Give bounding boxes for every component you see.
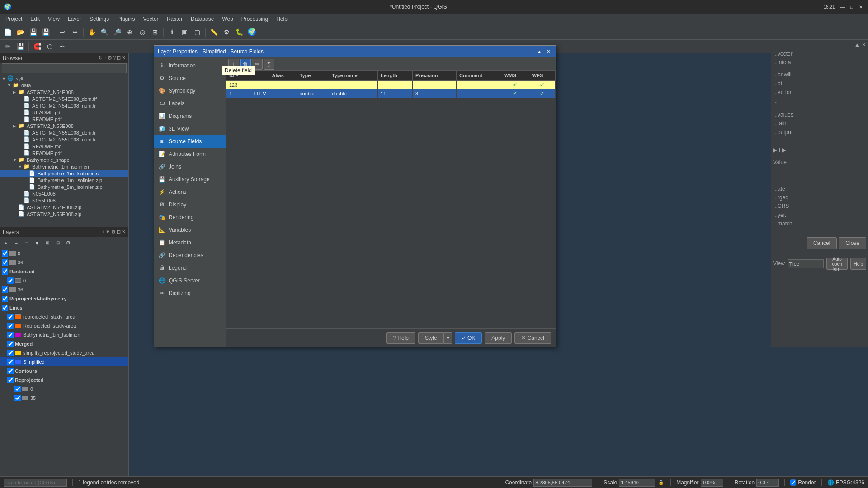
zoom-out-button[interactable]: 🔎: [111, 26, 123, 38]
tree-item-bathy-isolinien-s[interactable]: 📄 Bathymetrie_1m_Isolinien.s: [0, 170, 128, 177]
layer-visibility-checkbox[interactable]: [7, 314, 14, 320]
tree-item-readme-md[interactable]: 📄 README.md: [0, 143, 128, 150]
calculate-field-button[interactable]: ∑: [264, 59, 274, 70]
cell-name[interactable]: ELEV: [250, 89, 269, 98]
layers-filter-icon[interactable]: ▼: [105, 229, 110, 235]
layer-visibility-checkbox[interactable]: [7, 341, 14, 347]
layer-visibility-checkbox[interactable]: [7, 350, 14, 356]
layer-item-36-2[interactable]: 36: [0, 285, 128, 294]
layer-visibility-checkbox[interactable]: [2, 286, 8, 293]
cell-name[interactable]: [250, 80, 269, 89]
layers-open-table-button[interactable]: ≡: [22, 238, 32, 248]
cell-wfs[interactable]: ✔: [529, 89, 555, 98]
right-panel-up-icon[interactable]: ▲: [854, 42, 860, 48]
layer-visibility-checkbox[interactable]: [7, 368, 14, 374]
save-edits-button[interactable]: 💾: [14, 41, 26, 52]
pan-button[interactable]: ✋: [86, 26, 98, 38]
tree-item-n054e008[interactable]: 📄 N054E008: [0, 190, 128, 197]
menu-vector[interactable]: Vector: [140, 15, 162, 23]
tree-item-bathy-1m-zip[interactable]: 📄 Bathymetrie_1m_isolinien.zip: [0, 177, 128, 183]
browser-help-icon[interactable]: ?: [113, 55, 116, 61]
add-field-button[interactable]: +: [228, 59, 239, 70]
cell-length[interactable]: 11: [378, 89, 413, 98]
nav-item-digitizing[interactable]: ✏ Digitizing: [154, 287, 226, 300]
cell-wms[interactable]: ✔: [501, 89, 529, 98]
view-input[interactable]: [788, 259, 824, 268]
cell-alias[interactable]: [269, 89, 297, 98]
layer-item-rasterized[interactable]: Rasterized: [0, 267, 128, 276]
ok-button[interactable]: ✓ OK: [455, 332, 482, 344]
menu-help[interactable]: Help: [273, 15, 291, 23]
col-header-precision[interactable]: Precision: [413, 71, 457, 80]
open-project-button[interactable]: 📂: [14, 26, 26, 38]
layers-expand-button[interactable]: ⊞: [42, 238, 52, 248]
layer-visibility-checkbox[interactable]: [14, 395, 21, 401]
nav-item-dependencies[interactable]: 🔗 Dependencies: [154, 249, 226, 262]
layers-add-button[interactable]: +: [1, 238, 11, 248]
layer-visibility-checkbox[interactable]: [2, 259, 8, 266]
dialog-minimize-button[interactable]: —: [527, 48, 534, 55]
magnifier-input[interactable]: [701, 479, 723, 487]
delete-field-button[interactable]: 🗑: [240, 59, 251, 70]
col-header-wfs[interactable]: WFS: [529, 71, 555, 80]
edit-mode-button[interactable]: ✏: [2, 41, 14, 52]
style-button[interactable]: Style: [418, 332, 444, 344]
layer-visibility-checkbox[interactable]: [7, 332, 14, 338]
layers-remove-button[interactable]: −: [11, 238, 21, 248]
nav-item-joins[interactable]: 🔗 Joins: [154, 160, 226, 173]
cell-precision[interactable]: 3: [413, 89, 457, 98]
epsg-label[interactable]: EPSG:4326: [836, 479, 864, 486]
scale-lock-button[interactable]: 🔒: [657, 479, 665, 487]
tree-item-astgtm-55[interactable]: ▶ 📁 ASTGTM2_N55E008: [0, 122, 128, 129]
layer-item-contours[interactable]: Contours: [0, 366, 128, 375]
locate-input[interactable]: [4, 479, 67, 487]
edit-field-button[interactable]: ✏: [252, 59, 263, 70]
cell-length[interactable]: [378, 80, 413, 89]
save-project-button[interactable]: 💾: [27, 26, 39, 38]
col-header-length[interactable]: Length: [378, 71, 413, 80]
tree-item-sylt[interactable]: ▼ 🌐 sylt: [0, 75, 128, 82]
measure-button[interactable]: 📏: [208, 26, 220, 38]
tree-item-readme-pdf-55[interactable]: 📄 README.pdf: [0, 150, 128, 156]
nav-item-source[interactable]: ⚙ Source: [154, 72, 226, 84]
deselect-button[interactable]: ▢: [191, 26, 203, 38]
layer-visibility-checkbox[interactable]: [7, 377, 14, 383]
layer-item-35[interactable]: 35: [0, 394, 128, 403]
nav-item-symbology[interactable]: 🎨 Symbology: [154, 84, 226, 97]
col-header-type[interactable]: Type: [297, 71, 329, 80]
cell-comment[interactable]: [457, 80, 501, 89]
coordinate-input[interactable]: [533, 479, 592, 487]
right-cancel-button[interactable]: Cancel: [807, 237, 837, 249]
layer-item-reprojected-bathy[interactable]: Reprojected-bathymetry: [0, 294, 128, 303]
layer-item-0-3[interactable]: 0: [0, 385, 128, 394]
layer-item-reprojected-study[interactable]: reprojected_study_area: [0, 312, 128, 321]
nav-item-information[interactable]: ℹ Information: [154, 59, 226, 72]
topology-button[interactable]: ⬡: [44, 41, 56, 52]
rotation-input[interactable]: [756, 479, 779, 487]
cell-alias[interactable]: [269, 80, 297, 89]
nav-item-auxiliary-storage[interactable]: 💾 Auxiliary Storage: [154, 173, 226, 186]
tree-item-readme-2[interactable]: 📄 README.pdf: [0, 116, 128, 122]
apply-button[interactable]: Apply: [485, 332, 512, 344]
col-header-comment[interactable]: Comment: [457, 71, 501, 80]
nav-item-variables[interactable]: 📐 Variables: [154, 224, 226, 236]
nav-item-display[interactable]: 🖥 Display: [154, 198, 226, 211]
nav-item-labels[interactable]: 🏷 Labels: [154, 97, 226, 110]
tree-item-bathymetrie-shape[interactable]: ▼ 📁 Bathymetrie_shape: [0, 156, 128, 163]
browser-add-icon[interactable]: +: [104, 55, 106, 61]
select-button[interactable]: ▣: [179, 26, 190, 38]
layer-item-reprojected-group[interactable]: Reprojected: [0, 375, 128, 385]
nav-item-actions[interactable]: ⚡ Actions: [154, 186, 226, 198]
browser-search-input[interactable]: [2, 63, 127, 73]
col-header-id[interactable]: Id ▼: [226, 71, 250, 80]
layer-visibility-checkbox[interactable]: [2, 250, 8, 257]
cell-type[interactable]: [297, 80, 329, 89]
tree-item-bathy-1m-folder[interactable]: ▼ 📁 Bathymetrie_1m_isolinien: [0, 163, 128, 170]
menu-database[interactable]: Database: [187, 15, 217, 23]
render-checkbox[interactable]: [790, 479, 796, 487]
browser-header-icons[interactable]: ↻ + ⚙ ? ⊟ ✕: [99, 55, 126, 61]
browser-refresh-icon[interactable]: ↻: [99, 55, 103, 61]
layers-add-icon[interactable]: +: [102, 229, 104, 235]
zoom-in-button[interactable]: 🔍: [99, 26, 110, 38]
settings-button[interactable]: ⚙: [221, 26, 232, 38]
